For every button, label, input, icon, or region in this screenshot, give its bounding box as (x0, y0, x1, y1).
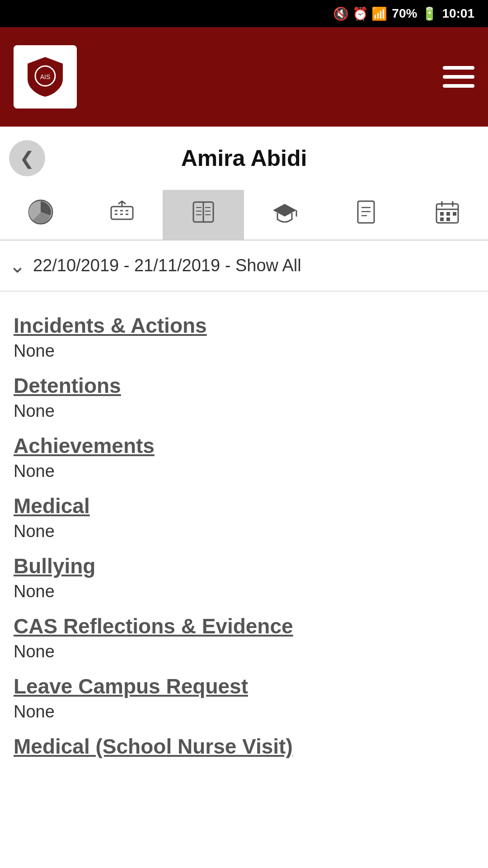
status-icons-text: 🔇 ⏰ 📶 (333, 6, 388, 21)
chart-icon (28, 199, 53, 231)
tab-calendar[interactable] (407, 190, 488, 240)
cas-reflections-value: None (14, 642, 474, 661)
tab-book[interactable] (163, 190, 244, 240)
svg-rect-32 (440, 217, 444, 221)
leave-campus-value: None (14, 702, 474, 722)
incidents-actions-value: None (14, 341, 474, 361)
medical-nurse-title[interactable]: Medical (School Nurse Visit) (14, 734, 474, 759)
tab-chart[interactable] (0, 190, 81, 240)
cas-reflections-title[interactable]: CAS Reflections & Evidence (14, 614, 474, 638)
medical-value: None (14, 522, 474, 541)
achievements-value: None (14, 462, 474, 481)
content-area: Incidents & Actions None Detentions None… (0, 292, 488, 772)
hamburger-line-1 (443, 66, 474, 70)
school-shield-icon: AIS (23, 54, 68, 99)
book-icon (191, 199, 216, 231)
hamburger-menu-button[interactable] (443, 66, 474, 88)
battery-icon: 🔋 (422, 6, 437, 21)
app-header: AIS (0, 27, 488, 127)
incidents-actions-title[interactable]: Incidents & Actions (14, 313, 474, 338)
tabs-bar (0, 190, 488, 241)
document-icon (353, 199, 379, 231)
calendar-icon (435, 199, 460, 231)
svg-rect-3 (111, 207, 133, 219)
tab-graduation[interactable] (244, 190, 325, 240)
svg-rect-31 (453, 212, 456, 216)
hamburger-line-2 (443, 75, 474, 79)
status-bar: 🔇 ⏰ 📶 70% 🔋 10:01 (0, 0, 488, 27)
leave-campus-title[interactable]: Leave Campus Request (14, 674, 474, 698)
svg-rect-33 (446, 217, 450, 221)
bullying-value: None (14, 582, 474, 601)
tab-tty[interactable] (81, 190, 163, 240)
battery-level: 70% (392, 6, 417, 21)
medical-title[interactable]: Medical (14, 494, 474, 518)
date-filter-label: 22/10/2019 - 21/11/2019 - Show All (33, 256, 301, 275)
detentions-value: None (14, 401, 474, 421)
back-arrow-icon: ❮ (19, 149, 35, 167)
graduation-cap-icon (272, 199, 297, 231)
page-title: Amira Abidi (45, 145, 443, 171)
hamburger-line-3 (443, 84, 474, 88)
svg-marker-19 (273, 204, 296, 217)
svg-rect-30 (446, 212, 450, 216)
logo: AIS (14, 45, 77, 108)
chevron-down-icon: ⌄ (9, 254, 26, 277)
clock-time: 10:01 (442, 6, 474, 21)
date-filter-row[interactable]: ⌄ 22/10/2019 - 21/11/2019 - Show All (0, 241, 488, 291)
achievements-title[interactable]: Achievements (14, 434, 474, 458)
back-button[interactable]: ❮ (9, 140, 45, 176)
tab-document[interactable] (325, 190, 407, 240)
tty-icon (109, 199, 135, 231)
svg-rect-29 (440, 212, 444, 216)
detentions-title[interactable]: Detentions (14, 373, 474, 398)
nav-title-row: ❮ Amira Abidi (0, 127, 488, 190)
status-icons: 🔇 ⏰ 📶 70% 🔋 10:01 (333, 6, 474, 21)
bullying-title[interactable]: Bullying (14, 554, 474, 578)
svg-text:AIS: AIS (40, 73, 51, 80)
